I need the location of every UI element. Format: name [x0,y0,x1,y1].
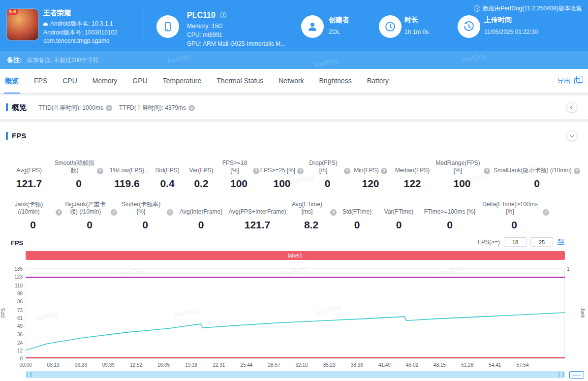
note-label: 备注: [7,56,22,64]
metric-value: 121.7 [16,178,42,190]
tab-memory[interactable]: Memory [92,69,119,94]
header-divider [144,8,144,43]
x-tick: 25:44 [235,362,258,368]
metric-value: 100 [273,178,290,190]
metric-avg-fps: Avg(FPS)121.7 [4,155,54,190]
x-tick: 19:18 [180,362,203,368]
app-version-name: Android版本名: 10.3.1.1 [43,20,113,28]
device-info-icon[interactable]: i [220,12,226,18]
tab-battery[interactable]: Battery [366,69,390,94]
metric-label: Avg(FPS+InterFrame) [228,208,286,216]
x-tick: 22:31 [207,362,231,368]
fps-collapse-button[interactable] [566,130,577,141]
x-tick: 12:52 [124,362,148,368]
help-icon[interactable]: ? [381,168,387,174]
app-name: 王者荣耀 [43,9,71,18]
device-gpu: GPU: ARM Mali-G925-Immortalis M... [187,40,285,47]
metric-drop-fps-h: Drop(FPS) [/h]?0 [305,155,350,190]
phone-icon [156,15,179,38]
tab-network[interactable]: Network [278,69,305,94]
overview-collapse-button[interactable] [566,102,577,113]
tabs: 概览FPSCPUMemoryGPUTemperatureThermal Stat… [4,69,390,94]
info-icon[interactable]: i [474,5,480,12]
scrollbar-left-handle[interactable] [27,372,32,377]
metric-label: Drop(FPS) [/h] [305,159,342,174]
help-icon[interactable]: ? [56,209,62,216]
metric-avg-fps-interframe: Avg(FPS+InterFrame)121.7 [229,196,286,231]
metric-ftime-100ms: FTime>=100ms [%]0 [420,196,479,231]
metric-smalljank-10min: SmallJank(微小卡顿) (/10min)?0 [490,155,584,190]
help-icon[interactable]: ? [253,168,259,174]
metric-value: 0 [87,219,93,231]
metric-label: FPS>=18 [%] [218,159,251,174]
x-tick: 48:15 [428,362,452,368]
creator-icon [301,15,324,38]
metric-label: Delta(FTime)>100ms [/h] [479,201,541,216]
y-tick: 0 [8,356,23,361]
tab-temperature[interactable]: Temperature [162,69,203,94]
metric-smooth: Smooth(稳帧指数)?0 [54,155,103,190]
help-icon[interactable]: ? [344,168,350,174]
chart-settings-icon[interactable] [557,238,565,246]
x-tick: 09:39 [96,362,120,368]
metric-var-ftime: Var(FTime)0 [377,196,420,231]
x-tick: 38:36 [345,362,369,368]
chart-horizontal-scrollbar[interactable] [26,371,565,378]
help-icon[interactable]: ? [330,209,337,216]
tab-gpu[interactable]: GPU [131,69,148,94]
fps-panel: FPS Avg(FPS)121.7Smooth(稳帧指数)?01%Low(FPS… [0,122,588,381]
tab-cpu[interactable]: CPU [62,69,78,94]
metric-label: Median(FPS) [395,167,430,174]
help-icon[interactable]: ? [106,105,112,111]
metric-value: 0 [30,219,36,231]
help-icon[interactable]: ? [167,209,173,216]
upload-value: 11/05/2025 01:22:30 [484,29,538,35]
x-tick: 41:49 [372,362,396,368]
metric-value: 0 [198,219,204,231]
ttfd-metric: TTFD(主屏时间): 4379ms? [119,104,195,112]
tab-brightness[interactable]: Brightness [318,69,353,94]
overview-panel: 概览 TTID(首屏时间): 1000ms? TTFD(主屏时间): 4379m… [0,95,588,119]
export-button[interactable]: 导出 [557,69,580,94]
help-icon[interactable]: ? [543,209,549,216]
fps-title: FPS [12,131,26,140]
tab-overview[interactable]: 概览 [4,69,20,94]
tab-thermal-status[interactable]: Thermal Status [216,69,264,94]
metric-value: 0 [511,219,517,231]
metric-label: FTime>=100ms [%] [424,208,475,216]
metric-label: Var(FTime) [384,208,413,216]
metric-std-ftime: Std(FTime)0 [337,196,377,231]
help-icon[interactable]: ? [111,209,117,216]
tab-fps[interactable]: FPS [33,69,48,94]
note-placeholder: 添加备注, 不超过200个字符 [27,56,99,64]
note-bar[interactable]: 备注: 添加备注, 不超过200个字符 [0,51,588,69]
chart-title: FPS [11,239,23,247]
metric-label: Avg(FPS) [16,167,42,174]
x-tick: 06:26 [69,362,93,368]
metric-value: 119.6 [114,178,139,190]
clock-icon [379,15,402,38]
help-icon[interactable]: ? [97,168,103,174]
chart-plot[interactable] [26,264,565,360]
metric-value: 0 [76,178,82,190]
help-icon[interactable]: ? [188,105,195,111]
metric-value: 120 [362,178,379,190]
metric-label: FPS>=25 [%] [260,167,295,174]
help-icon[interactable]: ? [484,168,490,174]
fps-threshold-controls: FPS(>=) [478,237,565,247]
scrollbar-end-button[interactable] [569,371,584,379]
creator-value: ZOL [329,29,340,35]
threshold-input-2[interactable] [530,237,553,247]
scrollbar-right-handle[interactable] [558,372,564,377]
metric-jank-10min: Jank(卡顿) (/10min)?0 [4,196,62,231]
metric-label: Std(FTime) [342,208,372,216]
help-icon[interactable]: ? [574,168,580,174]
overview-title: 概览 [12,103,27,112]
help-icon[interactable]: ? [297,168,304,174]
perfdog-report-page: 5v5 王者荣耀 Android版本名: 10.3.1.1 Android版本号… [0,0,588,381]
metric-var-fps: Var(FPS)0.2 [184,155,218,190]
metric-std-fps: Std(FPS)0.4 [151,155,184,190]
metric-label: Var(FPS) [189,167,213,174]
threshold-input-1[interactable] [504,237,526,247]
metric-value: 0 [354,219,360,231]
